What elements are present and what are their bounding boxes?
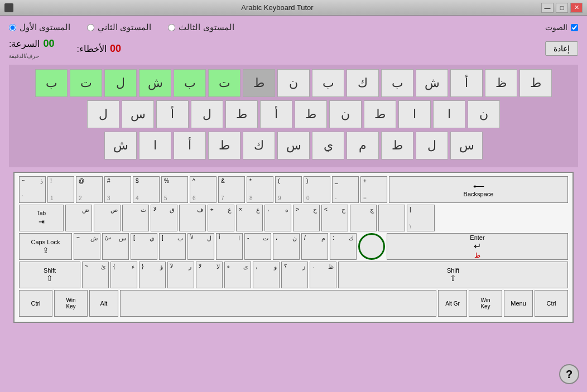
key-h[interactable]: ا أ xyxy=(216,233,243,260)
key-backspace[interactable]: ⟵ Backspace xyxy=(389,176,568,203)
key-k[interactable]: ن ، xyxy=(273,233,300,260)
minimize-button[interactable]: — xyxy=(541,3,554,13)
keyboard: ~ ذ ` ! 1 @ 2 # 3 $ 4 % 5 xyxy=(13,172,574,323)
close-button[interactable]: ✕ xyxy=(570,3,583,13)
key-a[interactable]: ش ~ xyxy=(74,233,100,260)
char-box: ب xyxy=(312,69,344,97)
key-s[interactable]: س سٌ xyxy=(102,233,129,260)
window-controls: — □ ✕ xyxy=(541,3,583,13)
maximize-button[interactable]: □ xyxy=(556,3,568,13)
key-l[interactable]: م / xyxy=(301,233,328,260)
keyboard-shift-row: Shift ⇧ ئ ~ ء { ؤ } ر لآ لا لا xyxy=(19,262,568,288)
app-icon xyxy=(4,3,13,12)
key-shift-right[interactable]: Shift ⇧ xyxy=(338,262,568,288)
key-q[interactable]: ض xyxy=(65,205,92,231)
key-equals[interactable]: + = xyxy=(360,176,387,203)
errors-stat: 00 الأخطاء: xyxy=(76,43,121,55)
key-c[interactable]: ؤ } xyxy=(139,262,166,288)
key-5[interactable]: % 5 xyxy=(161,176,188,203)
key-b[interactable]: لا لا xyxy=(196,262,223,288)
char-box: ط xyxy=(295,100,327,128)
key-8[interactable]: * 8 xyxy=(247,176,273,203)
key-backtick[interactable]: ~ ذ ` xyxy=(19,176,46,203)
char-box: ن xyxy=(468,100,500,128)
sound-checkbox[interactable] xyxy=(571,24,578,31)
key-z[interactable]: ئ ~ xyxy=(82,262,109,288)
char-box: ل xyxy=(87,100,119,128)
key-semicolon[interactable]: ك : xyxy=(330,233,357,260)
key-0[interactable]: ) 0 xyxy=(304,176,330,203)
key-t[interactable]: ف xyxy=(179,205,206,231)
char-box: أ xyxy=(450,69,483,97)
key-1[interactable]: ! 1 xyxy=(47,176,74,203)
key-period[interactable]: ظ . xyxy=(310,262,336,288)
char-box: م xyxy=(347,132,379,159)
char-box: س xyxy=(450,132,483,159)
key-win-left[interactable]: WinKey xyxy=(54,290,88,317)
key-j[interactable]: ت - xyxy=(244,233,271,260)
key-bracket-open[interactable]: ج xyxy=(350,205,377,231)
key-minus[interactable]: _ - xyxy=(332,176,359,203)
level3-label: المستوى الثالث xyxy=(179,22,234,32)
char-box: ب xyxy=(174,69,206,97)
char-box: ل xyxy=(191,100,223,128)
key-9[interactable]: ( 9 xyxy=(275,176,302,203)
key-y[interactable]: غ ÷ xyxy=(208,205,234,231)
char-box: ا xyxy=(398,100,431,128)
key-g[interactable]: ل لأ xyxy=(187,233,214,260)
speed-stat: 00 السرعة: حرف/الدقيقة xyxy=(9,38,54,59)
key-enter[interactable]: Enter ↵ ط xyxy=(387,233,568,260)
key-m[interactable]: و , xyxy=(253,262,280,288)
key-7[interactable]: & 7 xyxy=(218,176,245,203)
key-r[interactable]: ق لا xyxy=(151,205,177,231)
help-button[interactable]: ? xyxy=(559,364,579,384)
key-f[interactable]: ب ] xyxy=(159,233,186,260)
char-row-3: س ل ط م ي س ك ط أ ا ش xyxy=(16,132,571,159)
key-i[interactable]: ه ، xyxy=(264,205,291,231)
key-shift-left[interactable]: Shift ⇧ xyxy=(19,262,80,288)
key-p[interactable]: ح < xyxy=(321,205,348,231)
key-d[interactable]: ي [ xyxy=(131,233,157,260)
key-bracket-close[interactable] xyxy=(378,205,405,231)
key-tab[interactable]: Tab⇥ xyxy=(19,205,64,231)
title-bar: Arabic Keyboard Tutor — □ ✕ xyxy=(0,0,587,16)
keyboard-qwerty-row: Tab⇥ ض ص ث ق لا ف غ ÷ ع xyxy=(19,205,568,231)
level2-radio[interactable]: المستوى الثاني xyxy=(87,22,151,32)
key-space[interactable] xyxy=(120,290,436,317)
char-box: ش xyxy=(416,69,448,97)
char-box: ن xyxy=(277,69,310,97)
reset-button[interactable]: إعادة xyxy=(545,41,578,56)
key-n[interactable]: ى ة xyxy=(224,262,251,288)
key-w[interactable]: ص xyxy=(94,205,121,231)
char-box: ت xyxy=(208,69,240,97)
key-alt-gr[interactable]: Alt Gr xyxy=(438,290,467,317)
key-caps-lock[interactable]: Caps Lock⇪ xyxy=(19,233,72,260)
char-box: أ xyxy=(156,100,189,128)
char-box: ط xyxy=(225,100,258,128)
key-3[interactable]: # 3 xyxy=(104,176,131,203)
key-x[interactable]: ء { xyxy=(110,262,137,288)
char-box: أ xyxy=(260,100,292,128)
key-backslash[interactable]: | \ xyxy=(407,205,435,231)
key-o[interactable]: خ > xyxy=(293,205,320,231)
key-quote[interactable]: " xyxy=(358,233,385,260)
key-ctrl-left[interactable]: Ctrl xyxy=(19,290,52,317)
char-box: ب xyxy=(35,69,68,97)
errors-value: 00 xyxy=(110,43,121,55)
keyboard-caps-row: Caps Lock⇪ ش ~ س سٌ ي [ ب ] ل لأ ا xyxy=(19,233,568,260)
key-win-right[interactable]: WinKey xyxy=(469,290,502,317)
key-e[interactable]: ث xyxy=(122,205,149,231)
key-u[interactable]: ع × xyxy=(236,205,263,231)
level3-radio[interactable]: المستوى الثالث xyxy=(168,22,234,32)
key-comma[interactable]: ز ؟ xyxy=(281,262,308,288)
key-alt-left[interactable]: Alt xyxy=(89,290,118,317)
key-4[interactable]: $ 4 xyxy=(133,176,160,203)
key-2[interactable]: @ 2 xyxy=(76,176,103,203)
key-6[interactable]: ^ 6 xyxy=(190,176,216,203)
key-menu[interactable]: Menu xyxy=(504,290,533,317)
char-box: ي xyxy=(312,132,344,159)
level1-radio[interactable]: المستوى الأول xyxy=(9,22,70,32)
keyboard-number-row: ~ ذ ` ! 1 @ 2 # 3 $ 4 % 5 xyxy=(19,176,568,203)
key-ctrl-right[interactable]: Ctrl xyxy=(535,290,568,317)
key-v[interactable]: ر لآ xyxy=(167,262,194,288)
